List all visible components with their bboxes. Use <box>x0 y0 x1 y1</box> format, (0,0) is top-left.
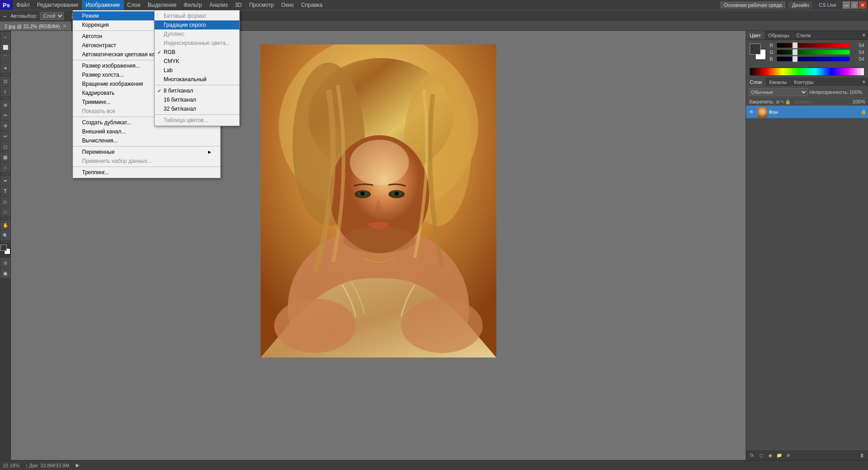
g-slider-track[interactable] <box>777 50 850 54</box>
layers-tab[interactable]: Слои <box>746 78 766 86</box>
workspace-button[interactable]: Основная рабочая среда <box>720 1 786 9</box>
color-tab[interactable]: Цвет <box>746 31 765 39</box>
b-slider-thumb[interactable] <box>792 56 798 62</box>
menu-filter[interactable]: Фильтр <box>180 0 205 10</box>
tab-close-icon[interactable]: ✕ <box>63 23 67 29</box>
color-panel-collapse[interactable]: ▼ <box>860 33 868 38</box>
menu-selection[interactable]: Выделение <box>144 0 180 10</box>
menu-3d[interactable]: 3D <box>231 0 245 10</box>
layers-list: 👁 <box>746 106 868 450</box>
menu-image[interactable]: Изображение <box>82 0 124 10</box>
menu-item-variables[interactable]: Переменные ▶ <box>73 147 220 157</box>
layers-panel-collapse[interactable]: ▼ <box>860 78 868 86</box>
eyedropper-tool[interactable]: 𝒊 <box>0 87 10 97</box>
menu-bar: Ps Файл Редактирование Изображение Слои … <box>0 0 868 10</box>
move-tool[interactable]: ↔ <box>0 32 10 42</box>
adjustment-button[interactable]: ◉ <box>766 451 774 459</box>
document-tab[interactable]: 2.jpg @ 22,2% (RGB/8#) ✕ <box>0 22 72 30</box>
history-brush-tool[interactable]: ↩ <box>0 131 10 141</box>
lock-position-icon[interactable]: ✎ <box>781 99 784 104</box>
layer-name: Фон <box>769 109 859 115</box>
quick-mask-btn[interactable]: ⊘ <box>0 258 10 268</box>
b-slider-track[interactable] <box>777 57 850 61</box>
mode-8bit[interactable]: 8 бит/канал <box>155 86 239 95</box>
text-tool[interactable]: T <box>0 186 10 196</box>
lock-all-icon[interactable]: 🔒 <box>785 99 790 104</box>
paths-tab[interactable]: Контуры <box>790 78 817 86</box>
marquee-tool[interactable]: ⬜ <box>0 42 10 52</box>
lasso-tool[interactable]: ⌒ <box>0 53 10 63</box>
mode-cmyk[interactable]: CMYK <box>155 57 239 66</box>
menu-edit[interactable]: Редактирование <box>34 0 82 10</box>
swatches-tab[interactable]: Образцы <box>765 31 793 39</box>
new-layer-button[interactable]: ⊕ <box>784 451 792 459</box>
delete-layer-button[interactable]: 🗑 <box>858 451 866 459</box>
r-slider-track[interactable] <box>777 43 850 48</box>
shape-tool[interactable]: □ <box>0 207 10 217</box>
menu-help[interactable]: Справка <box>297 0 326 10</box>
path-select-tool[interactable]: ▷ <box>0 196 10 206</box>
cslive-button[interactable]: CS Live <box>815 1 840 9</box>
r-slider-thumb[interactable] <box>792 42 798 49</box>
autoselect-select[interactable]: Слой <box>40 12 64 20</box>
screen-mode-btn[interactable]: ▣ <box>0 268 10 278</box>
layer-visibility-icon[interactable]: 👁 <box>748 108 755 116</box>
separator-2 <box>1 98 10 98</box>
svg-point-16 <box>401 299 483 353</box>
mode-rgb[interactable]: RGB <box>155 48 239 57</box>
foreground-color <box>0 245 7 251</box>
fg-bg-swatches[interactable] <box>750 44 766 60</box>
channels-tab[interactable]: Каналы <box>766 78 790 86</box>
g-slider-thumb[interactable] <box>792 49 798 55</box>
blend-mode-select[interactable]: Обычные <box>749 88 808 96</box>
hand-tool[interactable]: ✋ <box>0 220 10 230</box>
zoom-tool[interactable]: 🔍 <box>0 230 10 240</box>
mode-multichannel[interactable]: Многоканальный <box>155 75 239 84</box>
gradient-tool[interactable]: ▦ <box>0 152 10 162</box>
styles-tab[interactable]: Стили <box>793 31 815 39</box>
spot-heal-tool[interactable]: ⊕ <box>0 100 10 110</box>
color-swatches-panel: Цвет Образцы Стили ▼ R <box>746 31 868 78</box>
crop-tool[interactable]: ⊡ <box>0 76 10 86</box>
menu-bar-right: Основная рабочая среда Дизайн CS Live — … <box>720 1 868 9</box>
layer-item-background[interactable]: 👁 <box>746 106 868 118</box>
svg-point-13 <box>394 191 399 196</box>
minimize-button[interactable]: — <box>843 1 850 9</box>
menu-item-calculations[interactable]: Вычисления... <box>73 136 220 145</box>
mode-32bit[interactable]: 32 бит/канал <box>155 104 239 113</box>
new-group-button[interactable]: 📁 <box>775 451 783 459</box>
eraser-tool[interactable]: ◻ <box>0 142 10 152</box>
mode-bitmap: Битовый формат <box>155 11 239 20</box>
maximize-button[interactable]: □ <box>851 1 858 9</box>
menu-item-trapping[interactable]: Треппинг... <box>73 168 220 177</box>
menu-file[interactable]: Файл <box>13 0 34 10</box>
canvas-photo <box>261 44 496 357</box>
layers-footer: fx ◻ ◉ 📁 ⊕ 🗑 <box>746 450 868 460</box>
brush-tool[interactable]: ✏ <box>0 110 10 120</box>
magic-wand-tool[interactable]: ✦ <box>0 63 10 73</box>
mode-grayscale[interactable]: Градации серого <box>155 20 239 29</box>
rotate-label: Вращение изображения <box>82 81 143 87</box>
clone-stamp-tool[interactable]: ✲ <box>0 121 10 131</box>
color-spectrum-bar[interactable] <box>750 68 864 76</box>
menu-layers[interactable]: Слои <box>124 0 144 10</box>
tab-filename: 2.jpg @ 22,2% (RGB/8#) <box>5 24 60 29</box>
color-swatch-fg-bg[interactable] <box>0 245 10 255</box>
pen-tool[interactable]: ✒ <box>0 176 10 186</box>
fx-button[interactable]: fx <box>748 451 756 459</box>
fg-color-swatch[interactable] <box>750 44 761 54</box>
menu-window[interactable]: Окно <box>277 0 297 10</box>
mode-lab[interactable]: Lab <box>155 66 239 75</box>
menu-item-externalchannel[interactable]: Внешний канал... <box>73 127 220 136</box>
dodge-tool[interactable]: ○ <box>0 162 10 172</box>
variables-submenu-arrow: ▶ <box>208 150 211 154</box>
lock-pixels-icon[interactable]: ⊞ <box>776 99 780 104</box>
menu-view[interactable]: Просмотр <box>245 0 277 10</box>
close-button[interactable]: ✕ <box>859 1 866 9</box>
menu-analysis[interactable]: Анализ <box>206 0 232 10</box>
doc-info-arrow[interactable]: ▶ <box>76 462 79 468</box>
design-button[interactable]: Дизайн <box>788 1 812 9</box>
svg-point-18 <box>760 109 765 114</box>
add-mask-button[interactable]: ◻ <box>757 451 765 459</box>
mode-16bit[interactable]: 16 бит/канал <box>155 95 239 104</box>
